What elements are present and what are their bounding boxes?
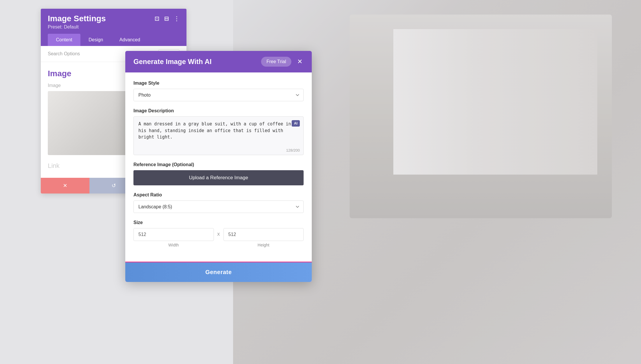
modal-title: Generate Image With AI xyxy=(133,58,212,66)
modal-footer: Generate xyxy=(125,262,312,282)
panel-title-row: Image Settings ⊡ ⊟ ⋮ xyxy=(48,14,179,23)
aspect-ratio-label: Aspect Ratio xyxy=(133,192,304,198)
image-style-select[interactable]: Photo Illustration Digital Art Watercolo… xyxy=(133,89,304,101)
reference-image-group: Reference Image (Optional) Upload a Refe… xyxy=(133,162,304,185)
image-description-group: Image Description AI 128/200 xyxy=(133,108,304,155)
image-description-textarea[interactable] xyxy=(134,117,303,146)
tab-advanced[interactable]: Advanced xyxy=(111,34,148,46)
char-count: 128/200 xyxy=(134,147,303,155)
tab-design[interactable]: Design xyxy=(80,34,111,46)
upload-reference-button[interactable]: Upload a Reference Image xyxy=(133,170,304,185)
size-label: Size xyxy=(133,220,304,225)
width-input[interactable] xyxy=(133,228,214,241)
tab-content[interactable]: Content xyxy=(48,34,80,46)
panel-title: Image Settings xyxy=(48,14,106,23)
modal-header: Generate Image With AI Free Trial ✕ xyxy=(125,51,312,72)
height-label: Height xyxy=(223,243,304,247)
ai-image-modal: Generate Image With AI Free Trial ✕ Imag… xyxy=(125,51,312,282)
panel-header: Image Settings ⊡ ⊟ ⋮ Preset: Default Con… xyxy=(41,9,186,46)
width-group: Width xyxy=(133,228,214,247)
modal-close-button[interactable]: ✕ xyxy=(296,57,304,67)
cancel-button[interactable]: ✕ xyxy=(41,178,89,193)
panel-tabs: Content Design Advanced xyxy=(48,34,179,46)
generate-button[interactable]: Generate xyxy=(125,262,312,282)
textarea-wrapper: AI 128/200 xyxy=(133,116,304,155)
size-group: Size Width x Height xyxy=(133,220,304,247)
search-options-text[interactable]: Search Options xyxy=(48,51,80,56)
reference-image-label: Reference Image (Optional) xyxy=(133,162,304,167)
image-style-label: Image Style xyxy=(133,81,304,86)
panel-preset: Preset: Default xyxy=(48,24,179,30)
more-icon[interactable]: ⋮ xyxy=(174,15,179,22)
height-group: Height xyxy=(223,228,304,247)
aspect-ratio-select[interactable]: Landscape (8:5) Portrait (5:8) Square (1… xyxy=(133,200,304,213)
fullscreen-icon[interactable]: ⊡ xyxy=(154,15,159,22)
layout-icon[interactable]: ⊟ xyxy=(164,15,169,22)
modal-body: Image Style Photo Illustration Digital A… xyxy=(125,72,312,262)
aspect-ratio-group: Aspect Ratio Landscape (8:5) Portrait (5… xyxy=(133,192,304,213)
size-separator: x xyxy=(217,228,220,237)
ai-badge: AI xyxy=(292,120,300,127)
free-trial-badge: Free Trial xyxy=(261,57,291,67)
image-description-label: Image Description xyxy=(133,108,304,113)
panel-title-icons: ⊡ ⊟ ⋮ xyxy=(154,15,179,22)
size-row: Width x Height xyxy=(133,228,304,247)
image-style-group: Image Style Photo Illustration Digital A… xyxy=(133,81,304,101)
width-label: Width xyxy=(133,243,214,247)
modal-header-right: Free Trial ✕ xyxy=(261,57,304,67)
height-input[interactable] xyxy=(223,228,304,241)
